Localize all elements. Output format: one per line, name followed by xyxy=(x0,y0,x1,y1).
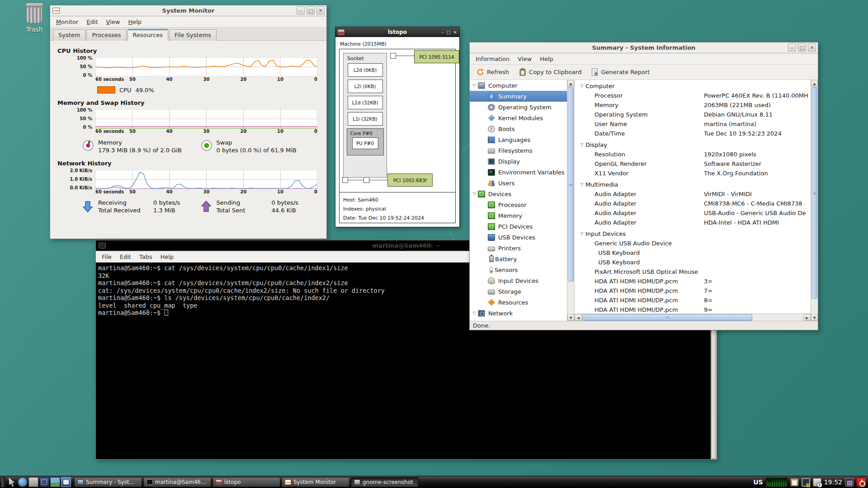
info-row[interactable]: X11 VendorThe X.Org Foundation xyxy=(575,169,811,178)
sidebar-item-summary[interactable]: Summary xyxy=(470,91,567,102)
info-row[interactable]: PixArt Microsoft USB Optical Mouse xyxy=(575,267,811,277)
sidebar-item-printers[interactable]: Printers xyxy=(470,243,567,253)
tab-processes[interactable]: Processes xyxy=(86,29,126,41)
info-group-computer[interactable]: ▽Computer xyxy=(575,81,811,91)
info-row[interactable]: HDA ATI HDMI HDMI/DP,pcm9= xyxy=(575,305,811,314)
workspace-switcher-icon[interactable] xyxy=(39,477,49,487)
menu-tabs[interactable]: Tabs xyxy=(135,252,156,262)
info-row[interactable]: USB Keyboard xyxy=(575,248,811,258)
tab-resources[interactable]: Resources xyxy=(127,29,168,41)
sidebar-item-processor[interactable]: Processor xyxy=(470,199,567,210)
main-horizontal-scrollbar[interactable]: ◀ ▶ xyxy=(575,314,811,321)
expander-icon[interactable]: ▽ xyxy=(578,142,585,147)
info-row[interactable]: Operating SystemDebian GNU/Linux 8.11 xyxy=(575,110,811,119)
sidebar-item-input-devices[interactable]: Input Devices xyxy=(470,275,567,286)
expander-icon[interactable]: ▽ xyxy=(578,182,585,187)
show-desktop-button[interactable] xyxy=(1,477,5,488)
sidebar-item-environment-variables[interactable]: Environment Variables xyxy=(470,167,567,178)
expander-icon[interactable]: ▽ xyxy=(471,192,478,196)
lstopo-titlebar[interactable]: lstopo – □ ✕ xyxy=(335,27,459,37)
taskbar-button-lstopo[interactable]: lstopo xyxy=(212,477,280,487)
minimize-button[interactable]: – xyxy=(441,30,443,35)
refresh-button[interactable]: Refresh xyxy=(472,66,513,78)
close-button[interactable]: ✕ xyxy=(453,30,457,35)
menu-help[interactable]: Help xyxy=(124,17,146,27)
sidebar-scrollbar[interactable]: ▲ ▼ xyxy=(567,80,574,321)
software-updates-tray-icon[interactable] xyxy=(813,478,821,487)
cpu-load-graph[interactable] xyxy=(766,478,788,487)
info-row[interactable]: Resolution1920x1080 pixels xyxy=(575,150,811,159)
minimize-button[interactable]: – xyxy=(297,6,305,14)
tab-system[interactable]: System xyxy=(53,29,85,41)
trash-desktop-icon[interactable]: Trash xyxy=(17,5,52,33)
maximize-button[interactable]: □ xyxy=(307,6,315,14)
main-vertical-scrollbar[interactable]: ▲ ▼ xyxy=(811,80,818,321)
info-row[interactable]: HDA ATI HDMI HDMI/DP,pcm8= xyxy=(575,296,811,305)
menu-help[interactable]: Help xyxy=(156,252,178,262)
system-monitor-titlebar[interactable]: System Monitor – □ ✕ xyxy=(50,5,326,16)
expander-icon[interactable]: ▽ xyxy=(578,84,585,88)
sidebar-item-kernel-modules[interactable]: Kernel Modules xyxy=(470,113,567,123)
info-group-multimedia[interactable]: ▽Multimedia xyxy=(575,179,811,189)
info-row[interactable]: Memory2063MB (221MB used) xyxy=(575,100,811,110)
taskbar-button-system-monitor[interactable]: System Monitor xyxy=(282,477,349,487)
display-settings-tray-icon[interactable] xyxy=(802,478,810,487)
info-row[interactable]: HDA ATI HDMI HDMI/DP,pcm3= xyxy=(575,277,811,286)
clock[interactable]: 19:52 xyxy=(824,479,842,486)
menu-edit[interactable]: Edit xyxy=(116,252,135,262)
expander-icon[interactable]: ▽ xyxy=(471,83,478,88)
pointer-launcher-icon[interactable] xyxy=(7,477,17,487)
horizontal-scroll-thumb[interactable] xyxy=(582,314,752,321)
lock-screen-tray-icon[interactable] xyxy=(845,478,854,487)
menu-view[interactable]: View xyxy=(514,54,536,64)
copy-to-clipboard-button[interactable]: Copy to Clipboard xyxy=(515,66,585,78)
generate-report-button[interactable]: Generate Report xyxy=(587,66,654,78)
info-row[interactable]: HDA ATI HDMI HDMI/DP,pcm7= xyxy=(575,286,811,296)
sidebar-item-display[interactable]: Display xyxy=(470,156,567,167)
maximize-button[interactable]: □ xyxy=(798,43,806,52)
info-row[interactable]: OpenGL RendererSoftware Rasterizer xyxy=(575,159,811,169)
scroll-down-icon[interactable]: ▼ xyxy=(567,314,574,321)
scroll-right-icon[interactable]: ▶ xyxy=(803,314,811,321)
image-viewer-launcher-icon[interactable] xyxy=(50,477,60,487)
tab-file-systems[interactable]: File Systems xyxy=(169,29,217,41)
info-row[interactable]: User Namemartina (martina) xyxy=(575,119,811,129)
menu-view[interactable]: View xyxy=(102,17,124,27)
clipboard-tray-icon[interactable] xyxy=(790,478,799,487)
menu-edit[interactable]: Edit xyxy=(82,17,102,27)
menu-file[interactable]: File xyxy=(98,252,116,262)
info-row[interactable]: Audio AdapterVirMIDI - VirMIDI xyxy=(575,189,811,199)
expander-icon[interactable]: ▽ xyxy=(578,231,585,236)
hardinfo-titlebar[interactable]: Summary - System Information – □ ✕ xyxy=(470,42,818,53)
info-row[interactable]: Generic USB Audio Device xyxy=(575,239,811,248)
sidebar-item-memory[interactable]: Memory xyxy=(470,210,567,221)
power-button[interactable] xyxy=(856,478,866,487)
info-row[interactable]: Date/TimeTue Dec 10 19:52:23 2024 xyxy=(575,129,811,138)
minimize-button[interactable]: – xyxy=(788,43,796,52)
expander-icon[interactable]: ▽ xyxy=(471,311,478,315)
info-row[interactable]: Audio AdapterUSB-Audio - Generic USB Aud… xyxy=(575,208,811,218)
browser-launcher-icon[interactable] xyxy=(18,477,28,487)
close-button[interactable]: ✕ xyxy=(808,43,816,52)
sidebar-item-sensors[interactable]: Sensors xyxy=(470,264,567,275)
sidebar-item-devices[interactable]: ▽Devices xyxy=(470,188,567,199)
close-button[interactable]: ✕ xyxy=(316,6,325,14)
info-row[interactable]: ProcessorPowerPC 460EX Rev. B (1140.00MH xyxy=(575,91,811,100)
taskbar-button-gnome-screenshot[interactable]: gnome-screenshot xyxy=(351,477,419,487)
menu-information[interactable]: Information xyxy=(472,54,514,64)
sidebar-item-users[interactable]: Users xyxy=(470,178,567,188)
info-row[interactable]: USB Keyboard xyxy=(575,258,811,267)
sidebar-item-usb-devices[interactable]: USB Devices xyxy=(470,232,567,243)
info-group-display[interactable]: ▽Display xyxy=(575,140,811,150)
taskbar-button-terminal[interactable]: martina@Sam46... xyxy=(143,477,211,487)
sidebar-item-boots[interactable]: Boots xyxy=(470,123,567,134)
scroll-down-icon[interactable]: ▼ xyxy=(811,314,818,321)
scroll-up-icon[interactable]: ▲ xyxy=(811,80,818,87)
sidebar-item-operating-system[interactable]: Operating System xyxy=(470,102,567,113)
sidebar-item-languages[interactable]: Languages xyxy=(470,134,567,145)
sidebar-item-resources[interactable]: Resources xyxy=(470,297,567,308)
sidebar-item-network[interactable]: ▽Network xyxy=(470,308,567,319)
taskbar-button-summary[interactable]: Summary - Syst... xyxy=(74,477,142,487)
menu-monitor[interactable]: Monitor xyxy=(52,17,82,27)
sidebar-item-pci-devices[interactable]: PCI Devices xyxy=(470,221,567,232)
